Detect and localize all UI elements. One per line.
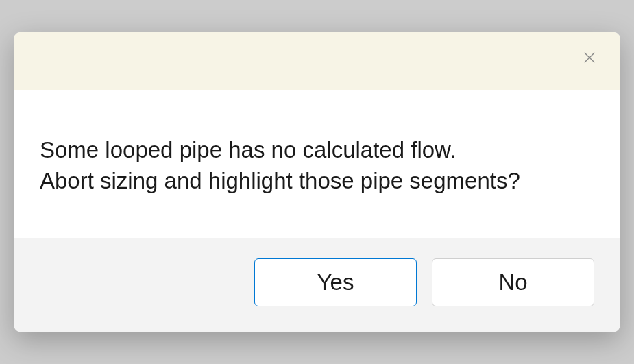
no-button[interactable]: No — [432, 258, 594, 306]
dialog-message: Some looped pipe has no calculated flow.… — [40, 135, 594, 196]
confirmation-dialog: Some looped pipe has no calculated flow.… — [14, 32, 620, 332]
yes-button[interactable]: Yes — [254, 258, 417, 306]
dialog-body: Some looped pipe has no calculated flow.… — [14, 90, 620, 237]
dialog-header — [14, 32, 620, 90]
close-icon — [582, 50, 597, 67]
close-button[interactable] — [579, 48, 600, 69]
dialog-footer: Yes No — [14, 238, 620, 332]
